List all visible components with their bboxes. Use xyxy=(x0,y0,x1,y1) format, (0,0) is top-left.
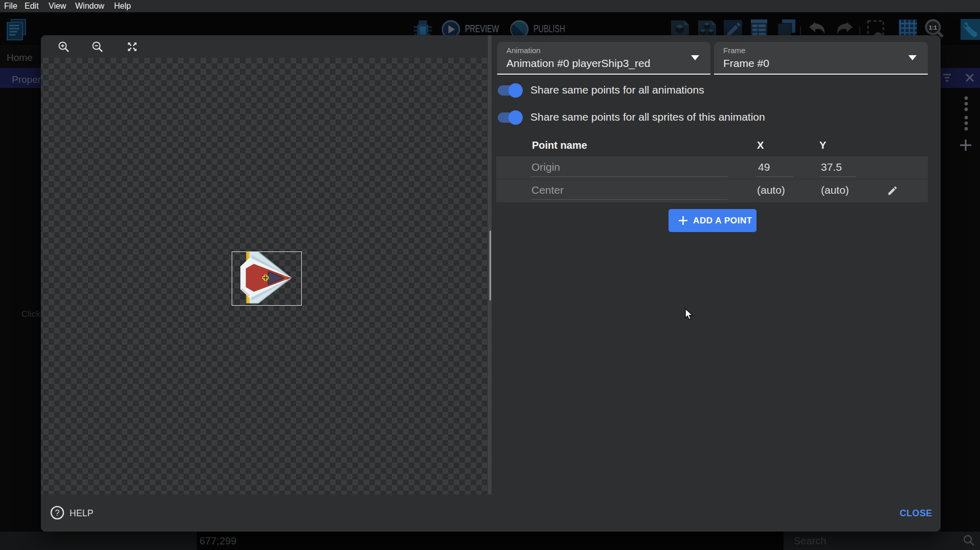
svg-text:1:1: 1:1 xyxy=(929,25,937,31)
svg-text:?: ? xyxy=(55,509,60,517)
